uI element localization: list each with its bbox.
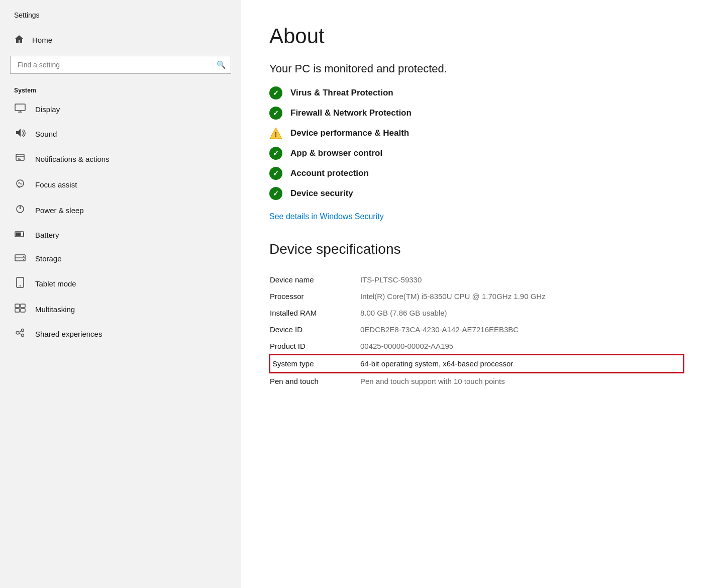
- sidebar-item-label: Storage: [35, 254, 62, 263]
- check-icon: [269, 167, 282, 180]
- protection-subtitle: Your PC is monitored and protected.: [269, 62, 684, 75]
- page-title: About: [269, 24, 684, 48]
- sidebar-item-label: Tablet mode: [35, 279, 76, 288]
- spec-label: Device ID: [270, 321, 360, 338]
- sidebar: Settings Home 🔍 System Display Sound Not…: [0, 0, 241, 588]
- svg-line-27: [19, 333, 22, 335]
- spec-value: 0EDCB2E8-73CA-4230-A142-AE7216EEB3BC: [360, 321, 683, 338]
- sidebar-item-home[interactable]: Home: [0, 28, 241, 52]
- shared-icon: [14, 328, 26, 340]
- svg-line-26: [19, 331, 22, 333]
- sidebar-item-sound[interactable]: Sound: [0, 122, 241, 146]
- sidebar-item-shared[interactable]: Shared experiences: [0, 322, 241, 346]
- table-row: Pen and touchPen and touch support with …: [270, 372, 683, 389]
- spec-value: ITS-PLTSC-59330: [360, 271, 683, 288]
- protection-item-label: Account protection: [290, 168, 369, 178]
- sidebar-item-storage[interactable]: Storage: [0, 247, 241, 270]
- svg-rect-12: [16, 233, 21, 236]
- main-content: About Your PC is monitored and protected…: [241, 0, 712, 588]
- check-icon: [269, 147, 282, 160]
- sidebar-item-label: Focus assist: [35, 180, 77, 189]
- svg-rect-19: [15, 304, 20, 308]
- svg-point-23: [16, 331, 19, 334]
- specs-table: Device nameITS-PLTSC-59330ProcessorIntel…: [269, 271, 684, 389]
- sidebar-item-label: Notifications & actions: [35, 155, 110, 163]
- list-item: Device security: [269, 187, 684, 200]
- sidebar-item-label: Display: [35, 105, 60, 114]
- sidebar-item-label: Battery: [35, 231, 59, 239]
- spec-label: Device name: [270, 271, 360, 288]
- power-icon: [14, 204, 26, 217]
- svg-marker-3: [16, 129, 21, 137]
- table-row: Device nameITS-PLTSC-59330: [270, 271, 683, 288]
- spec-value: 00425-00000-00002-AA195: [360, 338, 683, 355]
- sidebar-item-power[interactable]: Power & sleep: [0, 198, 241, 223]
- svg-point-16: [23, 259, 24, 260]
- sidebar-item-label: Sound: [35, 130, 57, 138]
- table-row: ProcessorIntel(R) Core(TM) i5-8350U CPU …: [270, 288, 683, 305]
- spec-label: Product ID: [270, 338, 360, 355]
- spec-value: 8.00 GB (7.86 GB usable): [360, 305, 683, 321]
- device-specs-title: Device specifications: [269, 241, 684, 257]
- list-item: Virus & Threat Protection: [269, 86, 684, 100]
- sidebar-item-label: Power & sleep: [35, 206, 84, 215]
- sidebar-item-label: Shared experiences: [35, 330, 102, 338]
- check-icon: [269, 86, 282, 100]
- svg-point-18: [20, 285, 21, 286]
- list-item: ! Device performance & Health: [269, 127, 684, 140]
- svg-point-15: [23, 256, 24, 257]
- svg-point-24: [22, 329, 24, 332]
- sidebar-item-focus[interactable]: Focus assist: [0, 172, 241, 198]
- spec-label: Pen and touch: [270, 372, 360, 389]
- table-row: Product ID00425-00000-00002-AA195: [270, 338, 683, 355]
- storage-icon: [14, 253, 26, 264]
- svg-text:!: !: [275, 131, 277, 139]
- svg-point-25: [22, 334, 24, 337]
- protection-item-label: Firewall & Network Protection: [290, 108, 412, 118]
- sidebar-item-label: Multitasking: [35, 305, 75, 314]
- see-details-link[interactable]: See details in Windows Security: [269, 212, 384, 221]
- notifications-icon: [14, 153, 26, 165]
- home-icon: [14, 34, 24, 46]
- sound-icon: [14, 128, 26, 140]
- list-item: App & browser control: [269, 147, 684, 160]
- battery-icon: [14, 230, 26, 240]
- tablet-icon: [14, 277, 26, 290]
- svg-rect-22: [21, 309, 25, 312]
- sidebar-item-display[interactable]: Display: [0, 97, 241, 122]
- list-item: Firewall & Network Protection: [269, 107, 684, 120]
- svg-rect-20: [21, 304, 25, 308]
- protection-item-label: Virus & Threat Protection: [290, 88, 393, 98]
- section-label: System: [0, 82, 241, 97]
- sidebar-item-tablet[interactable]: Tablet mode: [0, 270, 241, 297]
- protection-item-label: App & browser control: [290, 148, 382, 158]
- check-icon: [269, 107, 282, 120]
- search-container: 🔍: [10, 56, 231, 74]
- display-icon: [14, 104, 26, 115]
- protection-item-label: Device security: [290, 188, 353, 199]
- protection-list: Virus & Threat Protection Firewall & Net…: [269, 86, 684, 200]
- spec-value: Pen and touch support with 10 touch poin…: [360, 372, 683, 389]
- list-item: Account protection: [269, 167, 684, 180]
- spec-label: Processor: [270, 288, 360, 305]
- svg-rect-0: [15, 104, 25, 111]
- table-row: Device ID0EDCB2E8-73CA-4230-A142-AE7216E…: [270, 321, 683, 338]
- spec-value: 64-bit operating system, x64-based proce…: [360, 355, 683, 372]
- table-row: Installed RAM8.00 GB (7.86 GB usable): [270, 305, 683, 321]
- sidebar-item-notifications[interactable]: Notifications & actions: [0, 146, 241, 172]
- spec-value: Intel(R) Core(TM) i5-8350U CPU @ 1.70GHz…: [360, 288, 683, 305]
- spec-label: System type: [270, 355, 360, 372]
- table-row: System type64-bit operating system, x64-…: [270, 355, 683, 372]
- sidebar-item-battery[interactable]: Battery: [0, 223, 241, 247]
- home-label: Home: [32, 36, 52, 44]
- svg-rect-21: [15, 309, 20, 312]
- search-input[interactable]: [10, 56, 231, 74]
- protection-item-label: Device performance & Health: [290, 128, 409, 138]
- focus-icon: [14, 178, 26, 191]
- warning-icon: !: [269, 127, 282, 140]
- multitasking-icon: [14, 304, 26, 315]
- check-icon: [269, 187, 282, 200]
- search-icon: 🔍: [217, 60, 226, 69]
- sidebar-item-multitasking[interactable]: Multitasking: [0, 297, 241, 322]
- app-title: Settings: [0, 0, 241, 28]
